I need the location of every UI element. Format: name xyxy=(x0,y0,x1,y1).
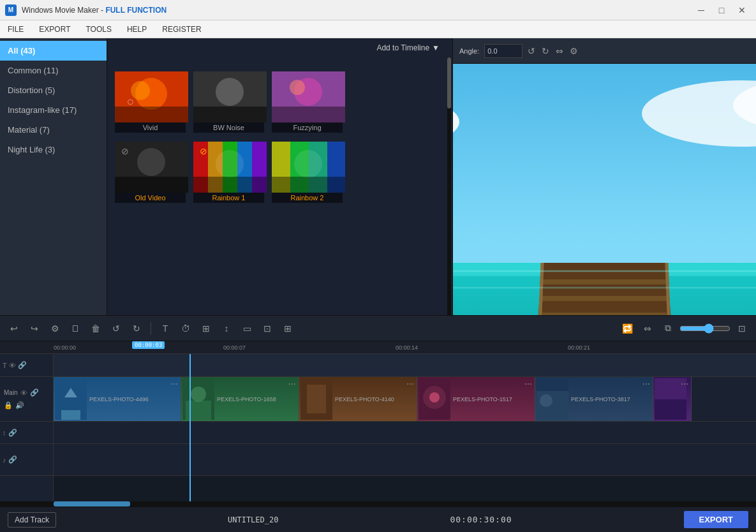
fx-icon[interactable]: ↕ xyxy=(3,429,6,436)
tracks-content[interactable]: PEXELS-PHOTO-4496 ⋯ PEXELS-PHOTO-165 xyxy=(54,354,756,501)
video-clip-5[interactable]: PEXELS-PHOTO-3817 ⋯ xyxy=(535,377,653,421)
svg-rect-57 xyxy=(186,401,211,420)
video-clip-4[interactable]: PEXELS-PHOTO-1517 ⋯ xyxy=(417,377,535,421)
preview-toolbar-icons: ↺ ↻ ⇔ ⚙ xyxy=(528,46,578,56)
rotate-right-icon[interactable]: ↻ xyxy=(542,46,549,56)
link-icon-main[interactable]: 🔗 xyxy=(30,388,39,397)
music-track-icon[interactable]: ♪ xyxy=(3,456,6,464)
settings-button[interactable]: ⚙ xyxy=(46,320,64,337)
fx-track-label: ↕ 🔗 xyxy=(0,422,53,444)
sidebar-item-all[interactable]: All (43) xyxy=(0,41,107,61)
audio-track[interactable] xyxy=(54,444,756,476)
clip-menu-6[interactable]: ⋯ xyxy=(681,380,688,388)
sidebar-item-material[interactable]: Material (7) xyxy=(0,120,107,140)
rotate-cw-button[interactable]: ↺ xyxy=(107,320,125,337)
svg-point-63 xyxy=(429,392,440,403)
angle-input[interactable] xyxy=(484,44,523,58)
text-track-icon[interactable]: T xyxy=(3,362,7,369)
effect-vivid[interactable]: ◯ Vivid xyxy=(114,70,187,134)
project-name: UNTITLED_20 xyxy=(228,515,278,524)
effect-vivid-thumb: ◯ xyxy=(115,71,188,122)
eye-icon-main[interactable]: 👁 xyxy=(20,389,27,397)
split-button[interactable]: ⊞ xyxy=(197,320,215,337)
rotate-ccw-button[interactable]: ↻ xyxy=(128,320,145,337)
lock-icon-main[interactable]: 🔒 xyxy=(4,401,13,410)
sidebar-item-nightlife[interactable]: Night Life (3) xyxy=(0,140,107,159)
menu-export[interactable]: EXPORT xyxy=(31,20,78,38)
sidebar-item-instagram[interactable]: Instagram-like (17) xyxy=(0,100,107,120)
link-icon-audio[interactable]: 🔗 xyxy=(8,455,17,464)
timeline-scroll-thumb[interactable] xyxy=(54,501,130,506)
total-time: 00:00:30:00 xyxy=(450,515,512,524)
eye-icon-subtitle[interactable]: 👁 xyxy=(9,362,16,369)
playhead-indicator: 00:00:03 xyxy=(132,341,165,349)
menu-tools[interactable]: TOOLS xyxy=(78,20,119,38)
flip-icon[interactable]: ⇔ xyxy=(556,46,563,56)
audio-video-link[interactable]: ⧉ xyxy=(659,320,677,337)
text-button[interactable]: T xyxy=(156,320,174,337)
svg-rect-65 xyxy=(537,391,568,420)
audio-icon-main[interactable]: 🔊 xyxy=(15,401,24,410)
grid-button[interactable]: ⊞ xyxy=(279,320,297,337)
rotate-left-icon[interactable]: ↺ xyxy=(528,46,535,56)
clip-menu-3[interactable]: ⋯ xyxy=(406,380,414,388)
scroll-thumb[interactable] xyxy=(447,57,451,108)
maximize-button[interactable]: □ xyxy=(713,4,730,17)
delete-button[interactable]: 🗑 xyxy=(87,320,105,337)
menu-file[interactable]: FILE xyxy=(0,20,31,38)
add-track-button[interactable]: Add Track xyxy=(8,512,56,528)
video-clip-3[interactable]: PEXELS-PHOTO-4140 ⋯ xyxy=(299,377,417,421)
settings-icon[interactable]: ⚙ xyxy=(570,46,578,56)
undo-button[interactable]: ↩ xyxy=(5,320,23,337)
track-labels: T 👁 🔗 Main 👁 🔗 🔒 🔊 ↕ 🔗 xyxy=(0,354,54,501)
close-button[interactable]: ✕ xyxy=(733,4,751,17)
link-icon-subtitle[interactable]: 🔗 xyxy=(18,361,27,369)
angle-label: Angle: xyxy=(459,47,479,55)
effect-rainbow1[interactable]: ⊘ Rainbow 1 xyxy=(192,140,265,204)
clip-menu-5[interactable]: ⋯ xyxy=(642,380,650,388)
timer-button[interactable]: ⏱ xyxy=(177,320,195,337)
export-button[interactable]: EXPORT xyxy=(684,511,748,528)
transform-button[interactable]: ⊡ xyxy=(258,320,276,337)
titlebar-controls[interactable]: ─ □ ✕ xyxy=(692,4,751,17)
bottom-section: ↩ ↪ ⚙ 🗌 🗑 ↺ ↻ T ⏱ ⊞ ↕ ▭ ⊡ ⊞ 🔁 ⇔ ⧉ ⊡ 00:0… xyxy=(0,315,756,532)
effect-oldvideo-label: Old Video xyxy=(115,193,186,203)
sidebar-item-distortion[interactable]: Distortion (5) xyxy=(0,80,107,100)
motion-button[interactable]: ↕ xyxy=(218,320,235,337)
time-mark-21: 00:00:21 xyxy=(568,344,590,351)
timeline-scrollbar[interactable] xyxy=(0,501,756,506)
main-track-label: Main 👁 🔗 🔒 🔊 xyxy=(0,377,53,422)
svg-point-66 xyxy=(540,394,552,407)
video-clip-2[interactable]: PEXELS-PHOTO-1658 ⋯ xyxy=(181,377,299,421)
video-clip-6[interactable]: ⋯ xyxy=(653,377,692,421)
link-button[interactable]: ⇔ xyxy=(639,320,656,337)
video-clip-1[interactable]: PEXELS-PHOTO-4496 ⋯ xyxy=(54,377,181,421)
redo-button[interactable]: ↪ xyxy=(26,320,43,337)
svg-rect-42 xyxy=(542,296,667,301)
preview-controls-top: Angle: ↺ ↻ ⇔ ⚙ xyxy=(453,38,756,64)
add-to-timeline-button[interactable]: Add to Timeline ▼ xyxy=(376,43,440,52)
effect-rainbow1-label: Rainbow 1 xyxy=(193,193,264,203)
sidebar-item-common[interactable]: Common (11) xyxy=(0,61,107,80)
effect-fuzzying[interactable]: Fuzzying xyxy=(271,70,344,134)
clip-name-5: PEXELS-PHOTO-3817 xyxy=(571,396,630,403)
clip-thumb-3 xyxy=(300,378,332,420)
loop-button[interactable]: 🔁 xyxy=(618,320,636,337)
fx-track[interactable] xyxy=(54,422,756,444)
effect-bwnoise[interactable]: BW Noise xyxy=(192,70,265,134)
minimize-button[interactable]: ─ xyxy=(692,4,710,17)
clip-menu-2[interactable]: ⋯ xyxy=(288,380,296,388)
effect-fuzzying-thumb xyxy=(272,71,345,122)
link-icon-fx[interactable]: 🔗 xyxy=(8,429,17,437)
zoom-slider[interactable] xyxy=(679,323,730,334)
clip-menu-4[interactable]: ⋯ xyxy=(524,380,532,388)
copy-button[interactable]: 🗌 xyxy=(66,320,84,337)
effect-rainbow2[interactable]: Rainbow 2 xyxy=(271,140,344,204)
menu-register[interactable]: REGISTER xyxy=(154,20,209,38)
crop-button[interactable]: ▭ xyxy=(238,320,256,337)
clip-menu-1[interactable]: ⋯ xyxy=(170,380,178,388)
menu-help[interactable]: HELP xyxy=(119,20,154,38)
fit-button[interactable]: ⊡ xyxy=(733,320,751,337)
effect-oldvideo[interactable]: ⊘ Old Video xyxy=(114,140,187,204)
subtitle-track[interactable] xyxy=(54,354,756,377)
